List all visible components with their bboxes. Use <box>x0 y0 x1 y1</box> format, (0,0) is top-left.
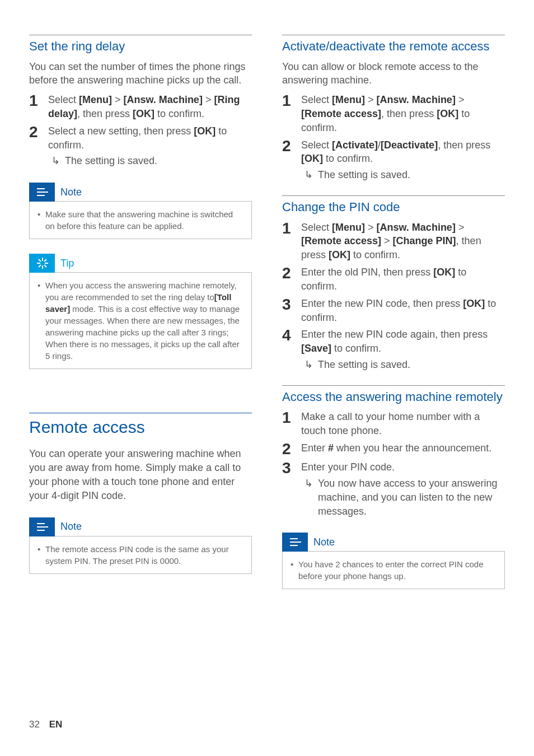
left-column: Set the ring delay You can set the numbe… <box>29 35 252 596</box>
step-list: 1 Make a call to your home number with a… <box>282 410 505 518</box>
step-result: ↳ The setting is saved. <box>305 168 505 182</box>
callout-head: Note <box>282 533 505 552</box>
step-text: Select [Activate]/[Deactivate], then pre… <box>301 138 505 182</box>
step-1: 1 Select [Menu] > [Answ. Machine] > [Rem… <box>282 93 505 134</box>
page: Set the ring delay You can set the numbe… <box>0 0 534 756</box>
section-rule <box>282 385 505 386</box>
right-column: Activate/deactivate the remote access Yo… <box>282 35 505 596</box>
step-text: Make a call to your home number with a t… <box>301 410 505 438</box>
result-arrow-icon: ↳ <box>51 154 65 168</box>
step-2: 2 Select [Activate]/[Deactivate], then p… <box>282 138 505 182</box>
intro-text: You can operate your answering machine w… <box>29 447 252 502</box>
note-callout: Note •The remote access PIN code is the … <box>29 517 252 574</box>
step-text: Select a new setting, then press [OK] to… <box>48 124 252 168</box>
step-1: 1 Make a call to your home number with a… <box>282 410 505 438</box>
intro-text: You can set the number of times the phon… <box>29 60 252 88</box>
step-2: 2 Enter the old PIN, then press [OK] to … <box>282 265 505 293</box>
step-number: 1 <box>282 410 301 426</box>
callout-head: Tip <box>29 254 252 273</box>
step-number: 2 <box>282 138 301 154</box>
result-arrow-icon: ↳ <box>305 358 318 372</box>
note-icon <box>282 533 308 552</box>
heading-change-pin: Change the PIN code <box>282 199 505 215</box>
step-text: Select [Menu] > [Answ. Machine] > [Remot… <box>301 221 505 262</box>
page-footer: 32 EN <box>29 719 62 730</box>
section-rule <box>282 195 505 196</box>
step-1: 1 Select [Menu] > [Answ. Machine] > [Rem… <box>282 221 505 262</box>
svg-line-9 <box>44 259 46 262</box>
step-text: Enter the new PIN code again, then press… <box>301 328 505 371</box>
step-list: 1 Select [Menu] > [Answ. Machine] > [Rin… <box>29 93 252 168</box>
heading-set-ring-delay: Set the ring delay <box>29 39 252 54</box>
tip-callout: Tip •When you access the answering machi… <box>29 254 252 369</box>
step-text: Enter the new PIN code, then press [OK] … <box>301 297 505 325</box>
step-text: Select [Menu] > [Answ. Machine] > [Ring … <box>48 93 252 121</box>
step-text: Select [Menu] > [Answ. Machine] > [Remot… <box>301 93 505 134</box>
step-result: ↳ You now have access to your answering … <box>305 477 505 518</box>
note-icon <box>29 183 55 202</box>
section-rule <box>29 35 252 35</box>
callout-body: •When you access the answering machine r… <box>29 272 252 369</box>
step-text: Enter the old PIN, then press [OK] to co… <box>301 265 505 293</box>
section-rule <box>282 35 505 35</box>
step-number: 2 <box>282 441 301 457</box>
step-text: Enter your PIN code. ↳ You now have acce… <box>301 460 505 518</box>
heading-access-remotely: Access the answering machine remotely <box>282 389 505 405</box>
step-number: 1 <box>282 221 301 236</box>
svg-line-10 <box>39 265 41 267</box>
step-result: ↳ The setting is saved. <box>51 154 252 168</box>
tip-icon <box>29 254 55 273</box>
svg-line-7 <box>39 259 41 262</box>
step-1: 1 Select [Menu] > [Answ. Machine] > [Rin… <box>29 93 252 121</box>
callout-body: •You have 2 chances to enter the correct… <box>282 551 505 589</box>
step-list: 1 Select [Menu] > [Answ. Machine] > [Rem… <box>282 93 505 182</box>
step-number: 2 <box>282 265 301 281</box>
note-label: Note <box>55 521 82 533</box>
step-text: Enter # when you hear the announcement. <box>301 441 505 455</box>
section-rule <box>29 413 252 413</box>
heading-remote-access: Remote access <box>29 418 252 437</box>
columns: Set the ring delay You can set the numbe… <box>29 35 505 596</box>
note-label: Note <box>308 536 335 548</box>
step-number: 2 <box>29 124 48 140</box>
step-2: 2 Select a new setting, then press [OK] … <box>29 124 252 168</box>
step-number: 4 <box>282 328 301 343</box>
step-2: 2 Enter # when you hear the announcement… <box>282 441 505 457</box>
svg-line-8 <box>44 265 46 267</box>
step-4: 4 Enter the new PIN code again, then pre… <box>282 328 505 371</box>
result-arrow-icon: ↳ <box>305 168 318 182</box>
step-number: 1 <box>29 93 48 109</box>
step-number: 1 <box>282 93 301 109</box>
note-callout: Note •You have 2 chances to enter the co… <box>282 533 505 589</box>
result-arrow-icon: ↳ <box>305 477 318 491</box>
callout-head: Note <box>29 517 252 536</box>
heading-activate-remote: Activate/deactivate the remote access <box>282 39 505 54</box>
intro-text: You can allow or block remote access to … <box>282 60 505 88</box>
callout-head: Note <box>29 183 252 202</box>
callout-body: •Make sure that the answering machine is… <box>29 201 252 239</box>
note-label: Note <box>55 186 82 198</box>
language-code: EN <box>49 719 63 730</box>
step-list: 1 Select [Menu] > [Answ. Machine] > [Rem… <box>282 221 505 372</box>
step-number: 3 <box>282 460 301 476</box>
note-icon <box>29 517 55 536</box>
page-number: 32 <box>29 719 40 730</box>
step-3: 3 Enter your PIN code. ↳ You now have ac… <box>282 460 505 518</box>
callout-body: •The remote access PIN code is the same … <box>29 536 252 574</box>
step-number: 3 <box>282 297 301 312</box>
tip-label: Tip <box>55 258 74 269</box>
note-callout: Note •Make sure that the answering machi… <box>29 183 252 239</box>
step-3: 3 Enter the new PIN code, then press [OK… <box>282 297 505 325</box>
step-result: ↳ The setting is saved. <box>305 358 505 372</box>
